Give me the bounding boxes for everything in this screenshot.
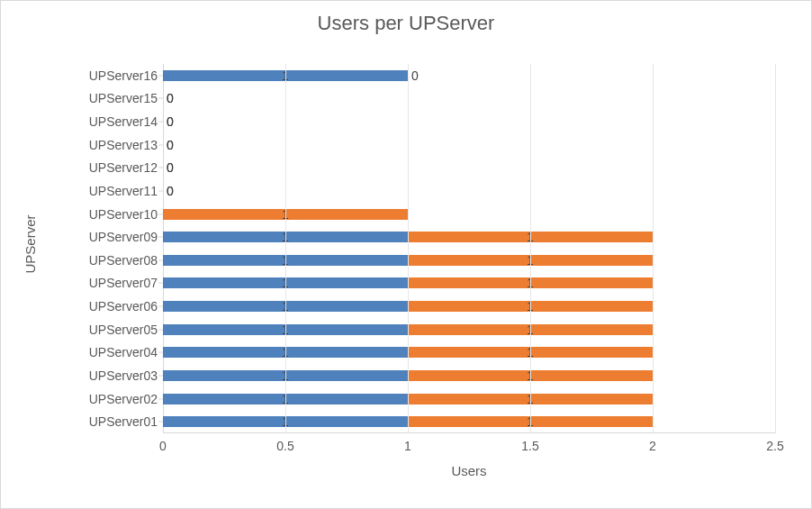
y-tick-label: UPServer01 [89, 414, 163, 429]
y-tick-label: UPServer12 [89, 160, 163, 175]
y-tick-label: UPServer14 [89, 114, 163, 129]
y-tick-label: UPServer11 [89, 184, 163, 198]
chart-title: Users per UPServer [1, 12, 811, 35]
data-label-series2: 0 [167, 138, 174, 152]
data-label-series2: 0 [167, 91, 174, 105]
y-tick-label: UPServer03 [89, 368, 163, 383]
gridline [530, 64, 531, 433]
y-tick-label: UPServer07 [89, 276, 163, 290]
chart-frame: Users per UPServer UPServer 111111111111… [0, 0, 812, 509]
y-tick-label: UPServer16 [89, 68, 163, 83]
y-tick-label: UPServer15 [89, 91, 163, 105]
y-tick-label: UPServer05 [89, 323, 163, 337]
y-axis-title: UPServer [23, 214, 38, 273]
data-label-series2: 0 [167, 184, 174, 198]
x-tick-label: 1 [404, 439, 411, 453]
x-tick-label: 0.5 [276, 439, 293, 453]
data-label-series2: 0 [167, 114, 174, 129]
gridline [285, 64, 286, 433]
y-tick-label: UPServer10 [89, 207, 163, 222]
plot: UPServer 1111111111111111110100000000001… [64, 55, 775, 433]
x-tick-label: 1.5 [521, 439, 538, 453]
data-label-series2: 0 [167, 160, 174, 175]
gridline [775, 64, 776, 433]
x-tick-label: 2.5 [766, 439, 783, 453]
y-tick-label: UPServer04 [89, 345, 163, 359]
y-tick-label: UPServer02 [89, 392, 163, 406]
gridline [408, 64, 409, 433]
y-tick-label: UPServer13 [89, 138, 163, 152]
x-axis-line [163, 432, 775, 433]
x-tick-label: 0 [159, 439, 167, 453]
data-label-series2: 0 [411, 68, 419, 83]
y-tick-label: UPServer09 [89, 230, 163, 244]
x-axis-title: Users [451, 463, 486, 478]
gridline [653, 64, 654, 433]
x-tick-label: 2 [649, 439, 656, 453]
y-tick-label: UPServer06 [89, 299, 163, 314]
y-tick-label: UPServer08 [89, 253, 163, 268]
plot-area: 11111111111111111101000000000010 00.511.… [163, 64, 775, 433]
